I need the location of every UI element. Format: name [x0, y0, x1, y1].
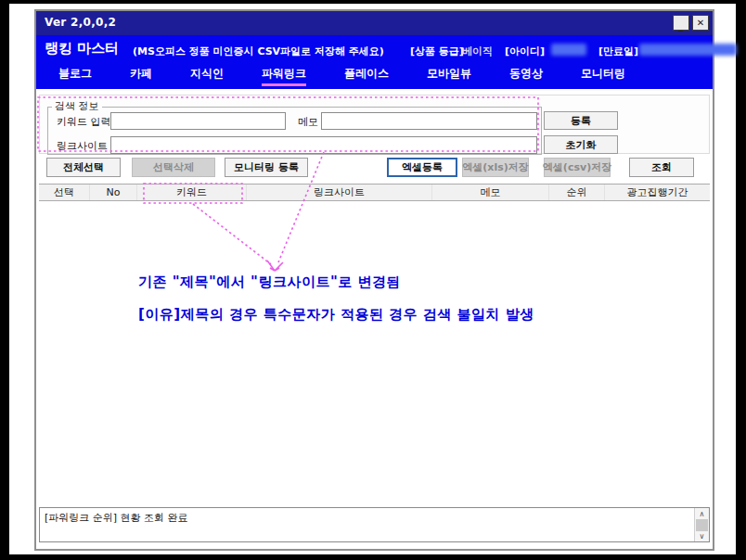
tab-mobileview[interactable]: 모바일뷰 — [427, 66, 471, 86]
id-label: [아이디] — [505, 45, 545, 58]
search-group-title: 검색 정보 — [52, 99, 102, 113]
chevron-up-icon[interactable]: ∧ — [695, 508, 709, 519]
linksite-label: 링크사이트 — [57, 139, 108, 153]
status-message: [파워링크 순위] 현황 조회 완료 — [45, 511, 188, 525]
memo-label: 메모 — [298, 115, 318, 129]
monitoring-register-button[interactable]: 모니터링 등록 — [225, 158, 308, 177]
tab-bar: 블로그 카페 지식인 파워링크 플레이스 모바일뷰 동영상 모니터링 — [36, 63, 713, 89]
tab-jisikin[interactable]: 지식인 — [190, 66, 224, 86]
redacted-id-value — [551, 44, 586, 56]
col-linksite: 링크사이트 — [247, 185, 432, 200]
tab-powerlink[interactable]: 파워링크 — [262, 66, 306, 86]
excel-register-button[interactable]: 엑셀등록 — [387, 158, 457, 177]
window-title: Ver 2,0,0,2 — [45, 16, 116, 29]
annotation-line-1: 기존 "제목"에서 "링크사이트"로 변경됨 — [138, 274, 401, 291]
delete-selected-button[interactable]: 선택삭제 — [132, 158, 215, 177]
expiry-label: [만료일] — [598, 45, 638, 58]
minimize-button[interactable]: _ — [673, 15, 689, 31]
close-icon: ✕ — [697, 19, 704, 28]
tab-video[interactable]: 동영상 — [509, 66, 543, 86]
search-panel: 검색 정보 키워드 입력 메모 링크사이트 등록 초기화 — [39, 95, 710, 154]
app-header: 랭킹 마스터 (MS오피스 정품 미인증시 CSV파일로 저장해 주세요) [상… — [36, 35, 713, 63]
tab-blog[interactable]: 블로그 — [58, 66, 92, 86]
app-window: Ver 2,0,0,2 _ ✕ 랭킹 마스터 (MS오피스 정품 미인증시 CS… — [34, 9, 714, 551]
table-header-row: 선택 No 키워드 링크사이트 메모 순위 광고집행기간 — [39, 184, 710, 201]
col-keyword: 키워드 — [137, 185, 247, 200]
content-area: 검색 정보 키워드 입력 메모 링크사이트 등록 초기화 전체선택 선택삭제 모… — [36, 89, 713, 549]
register-button[interactable]: 등록 — [544, 111, 618, 130]
excel-csv-save-button[interactable]: 엑셀(csv)저장 — [544, 158, 611, 177]
keyword-label: 키워드 입력 — [57, 115, 111, 129]
query-button[interactable]: 조회 — [629, 158, 694, 177]
tab-monitoring[interactable]: 모니터링 — [581, 66, 625, 86]
status-scrollbar[interactable]: ∧ ∨ — [694, 508, 709, 541]
minimize-icon: _ — [679, 21, 684, 31]
excel-xls-save-button[interactable]: 엑셀(xls)저장 — [462, 158, 529, 177]
keyword-input[interactable] — [110, 112, 286, 130]
status-log-box[interactable]: [파워링크 순위] 현황 조회 완료 ∧ ∨ — [39, 507, 710, 542]
grade-label: [상품 등급] — [410, 45, 464, 58]
close-button[interactable]: ✕ — [692, 15, 709, 31]
chevron-down-icon[interactable]: ∨ — [695, 530, 709, 541]
col-memo: 메모 — [432, 185, 549, 200]
select-all-button[interactable]: 전체선택 — [46, 158, 121, 177]
redacted-expiry-value — [639, 44, 737, 56]
app-name: 랭킹 마스터 — [45, 40, 119, 57]
col-no: No — [90, 185, 137, 200]
page-background: Ver 2,0,0,2 _ ✕ 랭킹 마스터 (MS오피스 정품 미인증시 CS… — [9, 4, 736, 554]
tab-cafe[interactable]: 카페 — [130, 66, 152, 86]
col-rank: 순위 — [549, 185, 605, 200]
grade-value: 베이직 — [462, 45, 493, 58]
title-bar: Ver 2,0,0,2 _ ✕ — [36, 11, 713, 35]
col-ad-period: 광고집행기간 — [605, 185, 710, 200]
memo-input[interactable] — [321, 112, 537, 130]
linksite-input[interactable] — [110, 136, 537, 154]
app-note: (MS오피스 정품 미인증시 CSV파일로 저장해 주세요) — [133, 45, 384, 58]
reset-button[interactable]: 초기화 — [544, 135, 618, 154]
tab-place[interactable]: 플레이스 — [344, 66, 389, 86]
annotation-line-2: [이유]제목의 경우 특수문자가 적용된 경우 검색 불일치 발생 — [138, 306, 534, 324]
col-select: 선택 — [39, 185, 90, 200]
